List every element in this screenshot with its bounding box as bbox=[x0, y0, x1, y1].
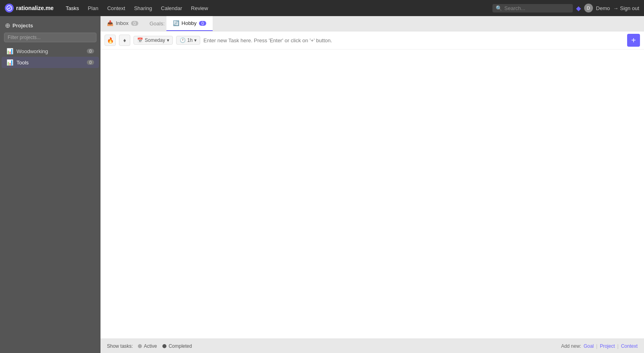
sign-out-label: Sign out bbox=[620, 5, 639, 11]
show-tasks-label: Show tasks: bbox=[107, 343, 133, 349]
filter-active[interactable]: Active bbox=[138, 343, 157, 349]
main-area: ⊕ Projects 📊 Woodworking 0 📊 Tools 0 📥 I… bbox=[0, 16, 644, 353]
add-context-link[interactable]: Context bbox=[621, 343, 638, 349]
time-dropdown[interactable]: 🕐 1h ▾ bbox=[176, 36, 200, 45]
completed-label: Completed bbox=[168, 343, 192, 349]
nav-context[interactable]: Context bbox=[103, 4, 129, 13]
add-new-label: Add new: bbox=[561, 343, 581, 349]
sidebar-item-label: Woodworking bbox=[16, 48, 48, 54]
task-input-bar: 🔥 ♦ 📅 Someday ▾ 🕐 1h ▾ + bbox=[100, 31, 644, 50]
add-project-icon[interactable]: ⊕ bbox=[5, 22, 10, 29]
someday-label: Someday bbox=[145, 37, 165, 43]
tab-inbox-label: Inbox bbox=[116, 20, 129, 26]
tab-goals-label: Goals: bbox=[145, 17, 166, 31]
user-name[interactable]: Demo bbox=[596, 5, 610, 11]
search-box[interactable]: 🔍 bbox=[492, 4, 573, 12]
logo[interactable]: rationalize.me bbox=[5, 4, 53, 12]
logo-text: rationalize.me bbox=[16, 5, 53, 11]
task-add-button[interactable]: + bbox=[627, 34, 640, 47]
calendar-icon: 📅 bbox=[137, 37, 143, 43]
sidebar-item-tools[interactable]: 📊 Tools 0 bbox=[2, 57, 99, 68]
projects-label: Projects bbox=[12, 23, 33, 29]
add-goal-link[interactable]: Goal bbox=[584, 343, 594, 349]
active-radio bbox=[138, 344, 142, 348]
chevron-down-icon: ▾ bbox=[167, 37, 169, 43]
bottom-bar-right: Add new: Goal | Project | Context bbox=[561, 343, 638, 349]
task-content-area bbox=[100, 50, 644, 339]
sign-out-button[interactable]: → Sign out bbox=[613, 5, 639, 11]
clock-icon: 🕐 bbox=[180, 37, 186, 43]
sign-out-icon: → bbox=[613, 5, 618, 11]
tab-hobby-label: Hobby bbox=[182, 20, 197, 26]
tab-hobby-count: 0 bbox=[199, 21, 206, 26]
completed-radio bbox=[162, 344, 166, 348]
chevron-down-icon: ▾ bbox=[194, 37, 197, 43]
top-nav: rationalize.me Tasks Plan Context Sharin… bbox=[0, 0, 644, 16]
add-project-link[interactable]: Project bbox=[600, 343, 615, 349]
diamond-icon: ◆ bbox=[576, 4, 581, 12]
someday-dropdown[interactable]: 📅 Someday ▾ bbox=[133, 36, 173, 45]
sidebar-item-count: 0 bbox=[87, 49, 94, 54]
tabs-bar: 📥 Inbox 0 Goals: 🔄 Hobby 0 bbox=[100, 16, 644, 31]
filter-input[interactable] bbox=[4, 33, 96, 42]
filter-completed[interactable]: Completed bbox=[162, 343, 192, 349]
nav-items: Tasks Plan Context Sharing Calendar Revi… bbox=[62, 4, 212, 13]
sidebar-item-label: Tools bbox=[16, 60, 29, 66]
avatar: D bbox=[584, 4, 593, 12]
diamond-small-icon: ♦ bbox=[123, 37, 126, 43]
project-icon: 📊 bbox=[6, 48, 13, 54]
projects-header: ⊕ Projects bbox=[0, 20, 100, 33]
bottom-bar: Show tasks: Active Completed Add new: Go… bbox=[100, 339, 644, 353]
search-icon: 🔍 bbox=[496, 5, 502, 11]
active-label: Active bbox=[144, 343, 157, 349]
logo-icon bbox=[5, 4, 14, 12]
content: 📥 Inbox 0 Goals: 🔄 Hobby 0 🔥 ♦ 📅 Someday bbox=[100, 16, 644, 353]
sidebar-item-count: 0 bbox=[87, 60, 94, 65]
separator: | bbox=[617, 343, 619, 349]
tab-inbox-count: 0 bbox=[131, 21, 138, 26]
nav-review[interactable]: Review bbox=[187, 4, 212, 13]
time-label: 1h bbox=[187, 37, 193, 43]
nav-plan[interactable]: Plan bbox=[84, 4, 103, 13]
sidebar-item-woodworking[interactable]: 📊 Woodworking 0 bbox=[2, 45, 99, 57]
sidebar: ⊕ Projects 📊 Woodworking 0 📊 Tools 0 bbox=[0, 16, 100, 353]
separator: | bbox=[596, 343, 597, 349]
sidebar-filter[interactable] bbox=[4, 33, 96, 42]
tab-inbox[interactable]: 📥 Inbox 0 bbox=[100, 16, 145, 31]
fire-icon: 🔥 bbox=[107, 37, 114, 43]
tab-hobby[interactable]: 🔄 Hobby 0 bbox=[166, 16, 213, 31]
project-icon: 📊 bbox=[6, 59, 13, 66]
hobby-icon: 🔄 bbox=[173, 20, 179, 26]
fire-icon-btn[interactable]: 🔥 bbox=[105, 35, 116, 46]
inbox-icon: 📥 bbox=[107, 20, 113, 26]
diamond-btn[interactable]: ♦ bbox=[119, 35, 130, 46]
nav-sharing[interactable]: Sharing bbox=[130, 4, 156, 13]
nav-calendar[interactable]: Calendar bbox=[157, 4, 186, 13]
task-input[interactable] bbox=[203, 37, 624, 43]
topnav-right: 🔍 ◆ D Demo → Sign out bbox=[492, 4, 639, 12]
nav-tasks[interactable]: Tasks bbox=[62, 4, 83, 13]
search-input[interactable] bbox=[505, 5, 570, 11]
